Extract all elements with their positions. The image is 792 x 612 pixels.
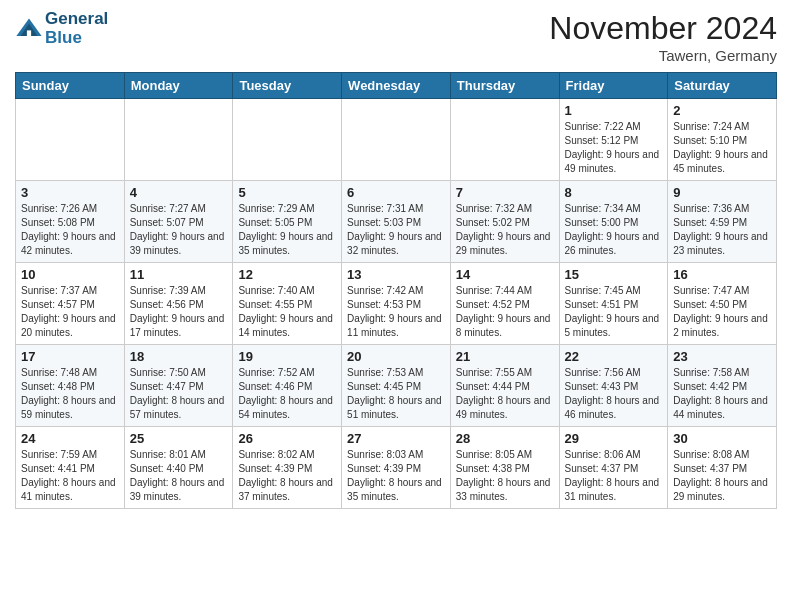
day-info: Sunrise: 8:08 AMSunset: 4:37 PMDaylight:…: [673, 448, 771, 504]
day-number: 17: [21, 349, 119, 364]
day-cell: [233, 99, 342, 181]
day-info: Sunrise: 7:26 AMSunset: 5:08 PMDaylight:…: [21, 202, 119, 258]
day-info: Sunrise: 7:37 AMSunset: 4:57 PMDaylight:…: [21, 284, 119, 340]
day-cell: 1Sunrise: 7:22 AMSunset: 5:12 PMDaylight…: [559, 99, 668, 181]
day-cell: 26Sunrise: 8:02 AMSunset: 4:39 PMDayligh…: [233, 427, 342, 509]
day-cell: 16Sunrise: 7:47 AMSunset: 4:50 PMDayligh…: [668, 263, 777, 345]
day-cell: 30Sunrise: 8:08 AMSunset: 4:37 PMDayligh…: [668, 427, 777, 509]
day-number: 21: [456, 349, 554, 364]
day-info: Sunrise: 8:01 AMSunset: 4:40 PMDaylight:…: [130, 448, 228, 504]
day-cell: 5Sunrise: 7:29 AMSunset: 5:05 PMDaylight…: [233, 181, 342, 263]
day-info: Sunrise: 7:32 AMSunset: 5:02 PMDaylight:…: [456, 202, 554, 258]
day-info: Sunrise: 7:47 AMSunset: 4:50 PMDaylight:…: [673, 284, 771, 340]
day-cell: 8Sunrise: 7:34 AMSunset: 5:00 PMDaylight…: [559, 181, 668, 263]
day-info: Sunrise: 7:53 AMSunset: 4:45 PMDaylight:…: [347, 366, 445, 422]
calendar-header-row: SundayMondayTuesdayWednesdayThursdayFrid…: [16, 73, 777, 99]
day-cell: [124, 99, 233, 181]
day-cell: [342, 99, 451, 181]
day-cell: 12Sunrise: 7:40 AMSunset: 4:55 PMDayligh…: [233, 263, 342, 345]
day-header-saturday: Saturday: [668, 73, 777, 99]
day-info: Sunrise: 8:05 AMSunset: 4:38 PMDaylight:…: [456, 448, 554, 504]
week-row-4: 17Sunrise: 7:48 AMSunset: 4:48 PMDayligh…: [16, 345, 777, 427]
day-info: Sunrise: 7:24 AMSunset: 5:10 PMDaylight:…: [673, 120, 771, 176]
day-cell: 27Sunrise: 8:03 AMSunset: 4:39 PMDayligh…: [342, 427, 451, 509]
day-info: Sunrise: 7:44 AMSunset: 4:52 PMDaylight:…: [456, 284, 554, 340]
day-header-monday: Monday: [124, 73, 233, 99]
logo-text-blue: Blue: [45, 29, 108, 48]
day-info: Sunrise: 7:50 AMSunset: 4:47 PMDaylight:…: [130, 366, 228, 422]
day-number: 5: [238, 185, 336, 200]
day-cell: 28Sunrise: 8:05 AMSunset: 4:38 PMDayligh…: [450, 427, 559, 509]
day-number: 22: [565, 349, 663, 364]
day-cell: 9Sunrise: 7:36 AMSunset: 4:59 PMDaylight…: [668, 181, 777, 263]
day-cell: 2Sunrise: 7:24 AMSunset: 5:10 PMDaylight…: [668, 99, 777, 181]
day-cell: 13Sunrise: 7:42 AMSunset: 4:53 PMDayligh…: [342, 263, 451, 345]
day-number: 7: [456, 185, 554, 200]
day-cell: 4Sunrise: 7:27 AMSunset: 5:07 PMDaylight…: [124, 181, 233, 263]
day-info: Sunrise: 7:58 AMSunset: 4:42 PMDaylight:…: [673, 366, 771, 422]
day-number: 20: [347, 349, 445, 364]
day-number: 11: [130, 267, 228, 282]
month-title: November 2024: [549, 10, 777, 47]
day-header-friday: Friday: [559, 73, 668, 99]
day-cell: 11Sunrise: 7:39 AMSunset: 4:56 PMDayligh…: [124, 263, 233, 345]
day-cell: 20Sunrise: 7:53 AMSunset: 4:45 PMDayligh…: [342, 345, 451, 427]
day-cell: 23Sunrise: 7:58 AMSunset: 4:42 PMDayligh…: [668, 345, 777, 427]
day-info: Sunrise: 7:34 AMSunset: 5:00 PMDaylight:…: [565, 202, 663, 258]
day-info: Sunrise: 7:29 AMSunset: 5:05 PMDaylight:…: [238, 202, 336, 258]
day-number: 29: [565, 431, 663, 446]
day-header-sunday: Sunday: [16, 73, 125, 99]
logo-text-general: General: [45, 10, 108, 29]
day-number: 1: [565, 103, 663, 118]
day-header-thursday: Thursday: [450, 73, 559, 99]
day-info: Sunrise: 7:36 AMSunset: 4:59 PMDaylight:…: [673, 202, 771, 258]
day-info: Sunrise: 7:40 AMSunset: 4:55 PMDaylight:…: [238, 284, 336, 340]
day-cell: [16, 99, 125, 181]
day-number: 23: [673, 349, 771, 364]
day-number: 18: [130, 349, 228, 364]
day-info: Sunrise: 7:22 AMSunset: 5:12 PMDaylight:…: [565, 120, 663, 176]
day-number: 24: [21, 431, 119, 446]
svg-rect-2: [27, 30, 31, 36]
day-number: 12: [238, 267, 336, 282]
day-number: 10: [21, 267, 119, 282]
day-cell: 25Sunrise: 8:01 AMSunset: 4:40 PMDayligh…: [124, 427, 233, 509]
day-info: Sunrise: 7:45 AMSunset: 4:51 PMDaylight:…: [565, 284, 663, 340]
day-number: 9: [673, 185, 771, 200]
day-header-tuesday: Tuesday: [233, 73, 342, 99]
day-info: Sunrise: 8:02 AMSunset: 4:39 PMDaylight:…: [238, 448, 336, 504]
day-cell: 14Sunrise: 7:44 AMSunset: 4:52 PMDayligh…: [450, 263, 559, 345]
day-cell: 7Sunrise: 7:32 AMSunset: 5:02 PMDaylight…: [450, 181, 559, 263]
day-cell: 29Sunrise: 8:06 AMSunset: 4:37 PMDayligh…: [559, 427, 668, 509]
header: General Blue November 2024 Tawern, Germa…: [15, 10, 777, 64]
day-number: 15: [565, 267, 663, 282]
day-info: Sunrise: 7:55 AMSunset: 4:44 PMDaylight:…: [456, 366, 554, 422]
day-header-wednesday: Wednesday: [342, 73, 451, 99]
day-number: 13: [347, 267, 445, 282]
day-cell: 22Sunrise: 7:56 AMSunset: 4:43 PMDayligh…: [559, 345, 668, 427]
day-info: Sunrise: 7:42 AMSunset: 4:53 PMDaylight:…: [347, 284, 445, 340]
day-cell: [450, 99, 559, 181]
day-number: 25: [130, 431, 228, 446]
day-number: 19: [238, 349, 336, 364]
day-number: 16: [673, 267, 771, 282]
day-info: Sunrise: 8:06 AMSunset: 4:37 PMDaylight:…: [565, 448, 663, 504]
day-cell: 21Sunrise: 7:55 AMSunset: 4:44 PMDayligh…: [450, 345, 559, 427]
day-cell: 17Sunrise: 7:48 AMSunset: 4:48 PMDayligh…: [16, 345, 125, 427]
title-block: November 2024 Tawern, Germany: [549, 10, 777, 64]
day-number: 2: [673, 103, 771, 118]
day-cell: 10Sunrise: 7:37 AMSunset: 4:57 PMDayligh…: [16, 263, 125, 345]
logo: General Blue: [15, 10, 108, 47]
calendar: SundayMondayTuesdayWednesdayThursdayFrid…: [15, 72, 777, 509]
day-cell: 15Sunrise: 7:45 AMSunset: 4:51 PMDayligh…: [559, 263, 668, 345]
day-number: 6: [347, 185, 445, 200]
day-info: Sunrise: 7:48 AMSunset: 4:48 PMDaylight:…: [21, 366, 119, 422]
day-cell: 3Sunrise: 7:26 AMSunset: 5:08 PMDaylight…: [16, 181, 125, 263]
day-info: Sunrise: 8:03 AMSunset: 4:39 PMDaylight:…: [347, 448, 445, 504]
location-title: Tawern, Germany: [549, 47, 777, 64]
day-number: 4: [130, 185, 228, 200]
day-info: Sunrise: 7:52 AMSunset: 4:46 PMDaylight:…: [238, 366, 336, 422]
day-info: Sunrise: 7:27 AMSunset: 5:07 PMDaylight:…: [130, 202, 228, 258]
day-number: 30: [673, 431, 771, 446]
day-number: 8: [565, 185, 663, 200]
